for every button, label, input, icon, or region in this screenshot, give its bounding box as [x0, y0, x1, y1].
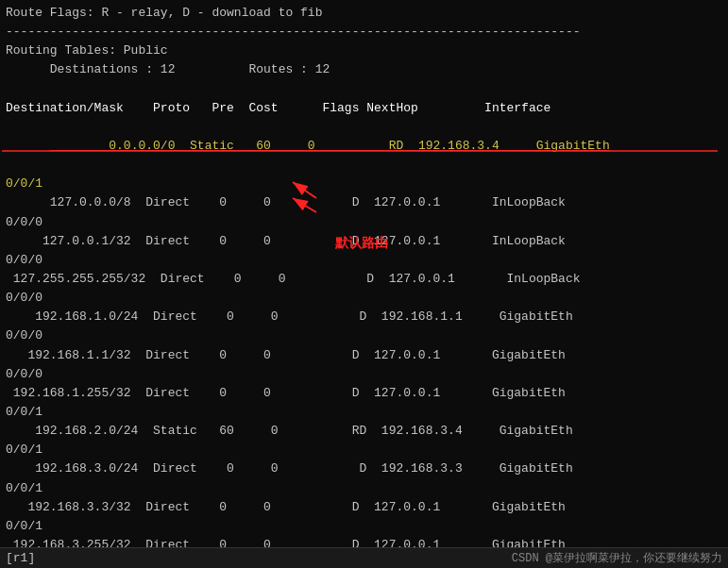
- route-row-5: 192.168.1.1/32 Direct 0 0 D 127.0.0.1 Gi…: [6, 346, 722, 365]
- route-row-2-extra: 0/0/0: [6, 251, 722, 270]
- route-row-9-extra: 0/0/1: [6, 517, 722, 536]
- route-row-1: 127.0.0.0/8 Direct 0 0 D 127.0.0.1 InLoo…: [6, 193, 722, 212]
- route-row-0-extra: 0/0/1: [6, 175, 722, 193]
- route-flags-line: Route Flags: R - relay, D - download to …: [6, 4, 722, 23]
- route-row-1-extra: 0/0/0: [6, 213, 722, 232]
- route-row-6: 192.168.1.255/32 Direct 0 0 D 127.0.0.1 …: [6, 384, 722, 403]
- route-row-9: 192.168.3.3/32 Direct 0 0 D 127.0.0.1 Gi…: [6, 498, 722, 517]
- static-route-text: 0.0.0.0/0 Static 60 0 RD 192.168.3.4 Gig…: [50, 139, 610, 153]
- terminal-prompt: [r1]: [6, 551, 35, 565]
- terminal-window: Route Flags: R - relay, D - download to …: [0, 0, 728, 568]
- route-row-8-extra: 0/0/1: [6, 479, 722, 498]
- route-row-5-extra: 0/0/0: [6, 365, 722, 384]
- route-row-7-extra: 0/0/1: [6, 441, 722, 459]
- route-row-2: 127.0.0.1/32 Direct 0 0 D 127.0.0.1 InLo…: [6, 232, 722, 251]
- route-row-7: 192.168.2.0/24 Static 60 0 RD 192.168.3.…: [6, 422, 722, 441]
- column-header: Destination/Mask Proto Pre Cost Flags Ne…: [6, 99, 722, 118]
- route-row-4: 192.168.1.0/24 Direct 0 0 D 192.168.1.1 …: [6, 308, 722, 326]
- blank-line: [6, 80, 722, 99]
- terminal-content: Route Flags: R - relay, D - download to …: [6, 4, 722, 568]
- bottom-bar: [r1] CSDN @菜伊拉啊菜伊拉，你还要继续努力: [0, 547, 728, 568]
- dashes-line: ----------------------------------------…: [6, 23, 722, 42]
- routing-tables-line: Routing Tables: Public: [6, 42, 722, 60]
- route-row-0: 0.0.0.0/0 Static 60 0 RD 192.168.3.4 Gig…: [6, 118, 722, 175]
- watermark-text: CSDN @菜伊拉啊菜伊拉，你还要继续努力: [512, 550, 722, 566]
- route-row-4-extra: 0/0/0: [6, 326, 722, 345]
- route-row-6-extra: 0/0/1: [6, 403, 722, 422]
- route-row-3-extra: 0/0/0: [6, 289, 722, 308]
- destinations-line: Destinations : 12 Routes : 12: [6, 60, 722, 79]
- route-row-3: 127.255.255.255/32 Direct 0 0 D 127.0.0.…: [6, 270, 722, 289]
- route-row-8: 192.168.3.0/24 Direct 0 0 D 192.168.3.3 …: [6, 459, 722, 478]
